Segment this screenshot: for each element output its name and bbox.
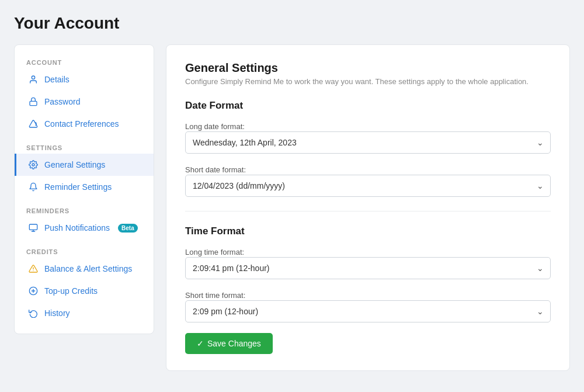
- general-settings-subtitle: Configure Simply Remind Me to work the w…: [185, 77, 551, 86]
- sidebar-item-details[interactable]: Details: [15, 68, 154, 91]
- short-time-label: Short time format:: [185, 291, 245, 300]
- sidebar-item-label-top-up-credits: Top-up Credits: [44, 286, 98, 296]
- general-settings-title: General Settings: [185, 61, 551, 75]
- sidebar-item-password[interactable]: Password: [15, 91, 154, 113]
- megaphone-icon: [28, 119, 39, 129]
- sidebar-section-label: SETTINGS: [15, 140, 154, 154]
- sidebar-section-label: ACCOUNT: [15, 54, 154, 68]
- sidebar-item-balance-alert-settings[interactable]: Balance & Alert Settings: [15, 258, 154, 280]
- short-time-field: Short time format: 2:09 pm (12-hour)14:0…: [185, 290, 551, 322]
- monitor-icon: [28, 223, 39, 233]
- short-date-field: Short date format: 12/04/2023 (dd/mm/yyy…: [185, 164, 551, 197]
- long-time-select-wrapper: 2:09:41 pm (12-hour)14:09:41 (24-hour) ⌄: [185, 257, 551, 279]
- bell-icon: [28, 182, 39, 192]
- sidebar-item-label-reminder-settings: Reminder Settings: [44, 182, 112, 192]
- gear-icon: [28, 159, 39, 170]
- page-title: Your Account: [14, 14, 570, 33]
- sidebar-item-label-password: Password: [44, 97, 80, 106]
- sidebar-item-label-contact-preferences: Contact Preferences: [44, 119, 119, 129]
- svg-point-0: [32, 76, 34, 79]
- sidebar-item-push-notifications[interactable]: Push NotificationsBeta: [15, 217, 154, 239]
- long-date-select-wrapper: Wednesday, 12th April, 202312th April, 2…: [185, 131, 551, 154]
- svg-rect-1: [30, 101, 37, 105]
- save-changes-label: Save Changes: [207, 339, 261, 348]
- sidebar-section-label: CREDITS: [15, 244, 154, 258]
- sidebar-item-contact-preferences[interactable]: Contact Preferences: [15, 113, 154, 135]
- sidebar: ACCOUNTDetailsPasswordContact Preference…: [14, 44, 154, 334]
- sidebar-item-history[interactable]: History: [15, 302, 154, 324]
- sidebar-section-label: REMINDERS: [15, 203, 154, 217]
- short-time-select-wrapper: 2:09 pm (12-hour)14:09 (24-hour) ⌄: [185, 300, 551, 322]
- sidebar-item-reminder-settings[interactable]: Reminder Settings: [15, 176, 154, 198]
- short-date-select[interactable]: 12/04/2023 (dd/mm/yyyy)04/12/2023 (mm/dd…: [185, 175, 551, 197]
- long-time-field: Long time format: 2:09:41 pm (12-hour)14…: [185, 247, 551, 279]
- sidebar-item-label-history: History: [44, 308, 70, 318]
- main-content: General Settings Configure Simply Remind…: [166, 44, 570, 371]
- long-time-select[interactable]: 2:09:41 pm (12-hour)14:09:41 (24-hour): [185, 257, 551, 279]
- short-time-select[interactable]: 2:09 pm (12-hour)14:09 (24-hour): [185, 300, 551, 322]
- layout: ACCOUNTDetailsPasswordContact Preference…: [14, 44, 570, 371]
- svg-point-2: [32, 164, 34, 166]
- time-format-title: Time Format: [185, 226, 551, 237]
- save-changes-button[interactable]: ✓ Save Changes: [185, 333, 273, 354]
- sidebar-item-general-settings[interactable]: General Settings: [15, 154, 154, 176]
- sidebar-item-label-balance-alert-settings: Balance & Alert Settings: [44, 264, 132, 273]
- svg-rect-3: [29, 224, 37, 230]
- long-date-select[interactable]: Wednesday, 12th April, 202312th April, 2…: [185, 131, 551, 154]
- long-date-field: Long date format: Wednesday, 12th April,…: [185, 121, 551, 154]
- plus-circle-icon: [28, 286, 39, 296]
- long-time-label: Long time format:: [185, 248, 244, 256]
- section-divider: [185, 211, 551, 211]
- sidebar-item-top-up-credits[interactable]: Top-up Credits: [15, 280, 154, 302]
- sidebar-item-label-general-settings: General Settings: [44, 160, 105, 169]
- page-wrapper: Your Account ACCOUNTDetailsPasswordConta…: [0, 0, 584, 385]
- sidebar-item-label-details: Details: [44, 75, 69, 84]
- sidebar-item-label-push-notifications: Push Notifications: [44, 223, 110, 233]
- short-date-label: Short date format:: [185, 165, 246, 174]
- date-format-title: Date Format: [185, 100, 551, 112]
- short-date-select-wrapper: 12/04/2023 (dd/mm/yyyy)04/12/2023 (mm/dd…: [185, 175, 551, 197]
- history-icon: [28, 308, 39, 318]
- person-icon: [28, 74, 39, 85]
- lock-icon: [28, 96, 39, 107]
- badge-push-notifications: Beta: [118, 224, 138, 233]
- warning-icon: [28, 263, 39, 274]
- check-icon: ✓: [197, 339, 204, 348]
- long-date-label: Long date format:: [185, 122, 245, 131]
